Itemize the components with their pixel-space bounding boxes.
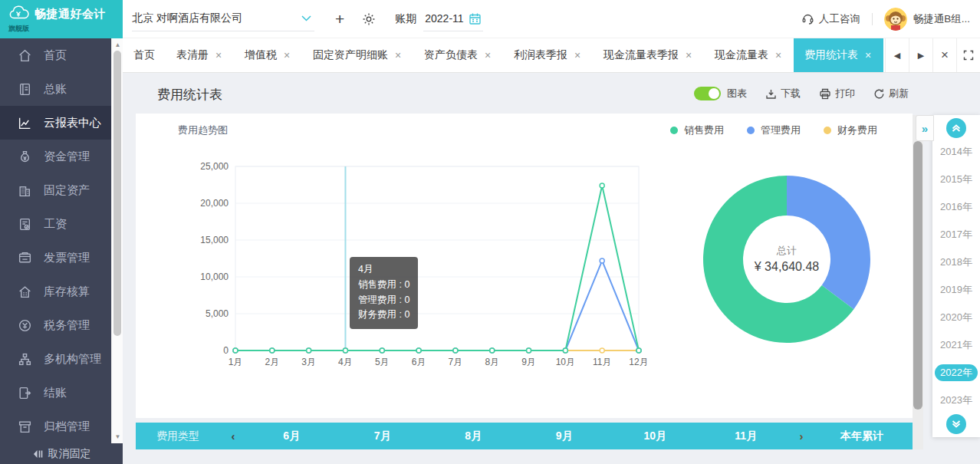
tab-固定资产明细账[interactable]: 固定资产明细账×: [302, 38, 413, 72]
x-tick-label: 6月: [412, 357, 426, 367]
month-column-header-10月[interactable]: 10月: [610, 423, 701, 449]
data-point-销售费用[interactable]: [527, 348, 531, 353]
sidebar-item-invoice[interactable]: 发票管理: [0, 241, 123, 275]
year-total-column-header: 本年累计: [811, 423, 913, 449]
refresh-button[interactable]: 刷新: [873, 87, 909, 100]
chevron-down-icon: [301, 15, 311, 21]
tab-close-icon[interactable]: ×: [393, 49, 403, 61]
tab-close-icon[interactable]: ×: [774, 49, 783, 61]
tab-close-icon[interactable]: ×: [483, 49, 492, 61]
month-column-header-11月[interactable]: 11月: [701, 423, 792, 449]
data-point-销售费用[interactable]: [453, 348, 458, 353]
year-item-2016年[interactable]: 2016年: [932, 193, 980, 221]
unpin-icon: [32, 449, 44, 459]
data-point-销售费用[interactable]: [233, 348, 238, 353]
company-selector[interactable]: 北京 对啊酒店有限公司: [132, 7, 314, 31]
tab-增值税[interactable]: 增值税×: [234, 38, 302, 72]
data-point-管理费用[interactable]: [600, 258, 604, 263]
support-label: 人工咨询: [819, 12, 860, 26]
add-account-button[interactable]: +: [335, 11, 344, 27]
tabs-scroll-right-icon[interactable]: ▶: [909, 38, 932, 72]
fullscreen-icon[interactable]: [956, 38, 980, 72]
year-panel-collapse-handle[interactable]: »: [916, 115, 934, 141]
chart-toggle[interactable]: [694, 87, 721, 100]
tab-close-icon[interactable]: ×: [282, 49, 291, 61]
tab-label: 增值税: [245, 48, 277, 62]
year-item-2019年[interactable]: 2019年: [932, 276, 980, 304]
year-item-2021年[interactable]: 2021年: [932, 331, 980, 359]
sidebar-item-closing[interactable]: 结账: [0, 376, 123, 410]
sidebar-scroll-up-icon[interactable]: ▲: [112, 41, 123, 48]
print-button[interactable]: 打印: [819, 87, 855, 100]
table-scroll-right-icon[interactable]: ›: [791, 423, 811, 449]
archive-icon: [18, 420, 32, 434]
sidebar-item-funds[interactable]: 资金管理: [0, 140, 123, 173]
period-selector[interactable]: 2022-11: [423, 7, 482, 31]
tab-close-icon[interactable]: ×: [214, 49, 223, 61]
tab-close-icon[interactable]: ×: [573, 49, 582, 61]
tab-表清册[interactable]: 表清册×: [166, 38, 234, 72]
tab-资产负债表[interactable]: 资产负债表×: [413, 38, 503, 72]
year-item-2022年[interactable]: 2022年: [932, 359, 980, 387]
data-point-销售费用[interactable]: [416, 348, 421, 353]
sidebar-item-cloud-report[interactable]: 云报表中心: [0, 106, 123, 140]
table-scroll-left-icon[interactable]: ‹: [220, 423, 246, 449]
tabs-close-icon[interactable]: ×: [932, 38, 956, 72]
tab-现金流量表季报[interactable]: 现金流量表季报×: [593, 38, 704, 72]
years-scroll-down-button[interactable]: [946, 414, 966, 434]
sidebar-unpin-button[interactable]: 取消固定: [0, 443, 123, 464]
print-label: 打印: [835, 87, 855, 100]
data-point-销售费用[interactable]: [563, 348, 567, 353]
expense-total-donut-chart[interactable]: 总计¥ 34,640.48: [687, 160, 886, 359]
year-item-2020年[interactable]: 2020年: [932, 304, 980, 331]
download-button[interactable]: 下载: [765, 87, 801, 100]
data-point-销售费用[interactable]: [270, 348, 275, 353]
user-avatar[interactable]: [884, 8, 907, 31]
data-point-财务费用[interactable]: [600, 348, 604, 353]
tax-icon: [18, 318, 32, 333]
year-item-2014年[interactable]: 2014年: [932, 138, 980, 166]
sidebar-item-fixed-assets[interactable]: 固定资产: [0, 173, 123, 207]
year-item-2018年[interactable]: 2018年: [932, 248, 980, 276]
sidebar-item-archive[interactable]: 归档管理: [0, 410, 123, 443]
tab-现金流量表[interactable]: 现金流量表×: [704, 38, 794, 72]
month-column-header-6月[interactable]: 6月: [246, 423, 337, 449]
data-point-销售费用[interactable]: [490, 348, 495, 353]
tab-close-icon[interactable]: ×: [684, 49, 693, 61]
username-label[interactable]: 畅捷通B组...: [913, 12, 970, 26]
plot-border: [235, 166, 639, 350]
gear-icon[interactable]: [362, 12, 376, 26]
tab-首页[interactable]: 首页: [123, 38, 166, 72]
month-column-header-8月[interactable]: 8月: [428, 423, 519, 449]
year-item-2023年[interactable]: 2023年: [932, 387, 980, 414]
data-point-销售费用[interactable]: [307, 348, 311, 353]
data-point-销售费用[interactable]: [636, 348, 641, 353]
year-item-2017年[interactable]: 2017年: [932, 221, 980, 248]
year-item-2015年[interactable]: 2015年: [932, 166, 980, 193]
data-point-销售费用[interactable]: [380, 348, 384, 353]
tab-费用统计表[interactable]: 费用统计表×: [794, 38, 883, 72]
data-point-销售费用[interactable]: [600, 183, 604, 188]
x-tick-label: 8月: [485, 357, 499, 367]
sidebar-item-tax[interactable]: 税务管理: [0, 308, 123, 342]
data-point-销售费用[interactable]: [343, 348, 347, 353]
main-scrollbar-thumb[interactable]: [913, 141, 922, 410]
sidebar-scrollbar[interactable]: ▲ ▼: [111, 38, 123, 443]
sidebar-scrollbar-thumb[interactable]: [113, 51, 121, 336]
sidebar-scroll-down-icon[interactable]: ▼: [112, 433, 123, 440]
sidebar-item-home[interactable]: 首页: [0, 38, 123, 72]
sidebar-item-multi-org[interactable]: 多机构管理: [0, 342, 123, 376]
tabs-scroll-left-icon[interactable]: ◀: [885, 38, 909, 72]
sidebar-item-inventory[interactable]: 库存核算: [0, 275, 123, 308]
tab-利润表季报[interactable]: 利润表季报×: [503, 38, 593, 72]
tab-close-icon[interactable]: ×: [863, 49, 873, 61]
year-label: 2015年: [935, 171, 978, 188]
month-column-header-7月[interactable]: 7月: [337, 423, 429, 449]
donut-slice-管理费用[interactable]: [787, 176, 870, 309]
sidebar-item-payroll[interactable]: 工资: [0, 207, 123, 241]
years-scroll-up-button[interactable]: [946, 118, 966, 138]
month-column-header-9月[interactable]: 9月: [519, 423, 610, 449]
sidebar-item-ledger[interactable]: 总账: [0, 72, 123, 106]
main-scrollbar[interactable]: [913, 115, 923, 449]
support-button[interactable]: 人工咨询: [801, 12, 860, 26]
